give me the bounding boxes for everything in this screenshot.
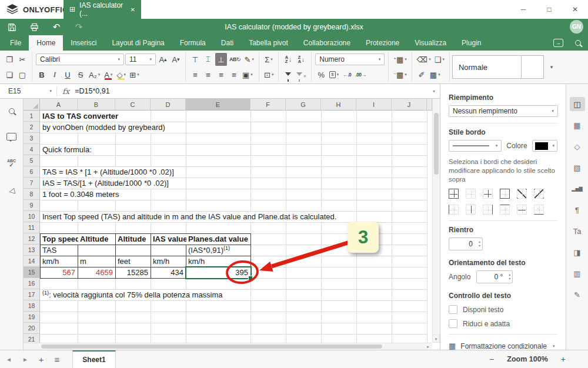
feedback-button[interactable]: ◁: [9, 186, 15, 195]
align-middle-button[interactable]: ⌶: [202, 53, 214, 66]
right-border-button[interactable]: [483, 205, 493, 215]
row-header-18[interactable]: 18: [24, 300, 40, 312]
row-header-4[interactable]: 4: [24, 144, 40, 155]
row-header-12[interactable]: 12: [24, 233, 40, 245]
cell-E12[interactable]: Planes.dat value: [186, 234, 250, 245]
maximize-button[interactable]: □: [536, 0, 562, 19]
fx-icon[interactable]: fx: [57, 87, 75, 96]
clear-button[interactable]: ⌫▾: [416, 53, 432, 66]
justify-button[interactable]: ≡: [228, 68, 240, 81]
inner-borders-button[interactable]: [483, 189, 493, 199]
close-button[interactable]: ✕: [562, 0, 588, 19]
diagonal-down-border-button[interactable]: [534, 189, 544, 199]
tab-formula[interactable]: Formula: [172, 35, 213, 51]
image-settings-button[interactable]: ▧: [570, 160, 585, 175]
save-button[interactable]: [5, 21, 19, 34]
italic-button[interactable]: I: [49, 68, 61, 81]
column-header-E[interactable]: E: [186, 99, 250, 111]
fill-color-button[interactable]: ◇▾: [115, 68, 127, 81]
font-size-select[interactable]: 11 ▾: [125, 53, 156, 65]
vertical-scrollbar-thumb[interactable]: [434, 113, 439, 175]
row-header-16[interactable]: 16: [24, 278, 40, 289]
align-center-button[interactable]: ≡: [202, 68, 214, 81]
underline-button[interactable]: U: [62, 68, 74, 81]
inner-vertical-border-button[interactable]: [466, 205, 476, 215]
row-header-19[interactable]: 19: [24, 312, 40, 323]
merge-cells-button[interactable]: ▣▾: [241, 68, 254, 81]
slicer-settings-button[interactable]: ◨: [570, 245, 585, 259]
angle-stepper[interactable]: 0 ° ▴▾: [476, 270, 513, 283]
borders-button[interactable]: ⊞▾: [128, 68, 140, 81]
column-header-A[interactable]: A: [40, 99, 78, 111]
subscript-superscript-button[interactable]: A₂▾: [88, 68, 101, 81]
name-box[interactable]: E15 ▾: [0, 87, 56, 95]
column-header-I[interactable]: I: [356, 99, 392, 111]
column-header-C[interactable]: C: [115, 99, 151, 111]
strikethrough-button[interactable]: S: [75, 68, 86, 81]
border-line-style-select[interactable]: ▾: [449, 140, 502, 152]
no-borders-button[interactable]: [466, 189, 476, 199]
row-header-11[interactable]: 11: [24, 222, 40, 233]
previous-sheet-button[interactable]: ◄: [6, 356, 12, 363]
format-as-table-button[interactable]: ▦▾: [429, 68, 442, 81]
sheet-tab-sheet1[interactable]: Sheet1: [72, 350, 115, 368]
cell-B14[interactable]: m: [78, 256, 89, 267]
formula-bar-collapse-icon[interactable]: ▾: [433, 89, 435, 94]
cell-A13[interactable]: TAS: [41, 245, 59, 256]
column-header-J[interactable]: J: [392, 99, 427, 111]
row-header-14[interactable]: 14: [24, 256, 40, 267]
copy-button[interactable]: ❐: [4, 53, 15, 66]
tab-layout-di-pagina[interactable]: Layout di Pagina: [104, 35, 172, 51]
row-header-9[interactable]: 9: [24, 200, 40, 211]
zoom-in-button[interactable]: +: [561, 354, 566, 364]
cell-A12[interactable]: Top speed: [41, 234, 82, 245]
selection-fill-handle[interactable]: [248, 276, 253, 280]
add-sheet-button[interactable]: +: [39, 354, 44, 364]
conditional-formatting-button[interactable]: ▦ Formattazione condizionale ▾: [449, 342, 557, 350]
font-name-select[interactable]: Calibri ▾: [36, 53, 124, 65]
cell-A1[interactable]: IAS to TAS converter: [41, 111, 121, 122]
chart-settings-button[interactable]: ▂▅▇: [570, 182, 585, 196]
diagonal-up-border-button[interactable]: [517, 189, 527, 199]
redo-button[interactable]: ↷: [72, 21, 86, 34]
bold-button[interactable]: B: [36, 68, 48, 81]
tab-protezione[interactable]: Protezione: [358, 35, 407, 51]
column-header-G[interactable]: G: [286, 99, 321, 111]
undo-button[interactable]: ↶: [49, 21, 64, 34]
delete-cells-button[interactable]: ⁻▦▾: [392, 68, 408, 81]
signature-settings-button[interactable]: ✎: [570, 287, 585, 302]
decrease-font-button[interactable]: A▾: [170, 53, 182, 66]
vertical-scrollbar[interactable]: [432, 99, 440, 343]
comments-button[interactable]: [6, 133, 16, 140]
increase-decimal-button[interactable]: .00→: [354, 68, 367, 81]
wrap-text-checkbox[interactable]: [449, 305, 457, 314]
cell-E14[interactable]: km/h: [186, 256, 207, 267]
outer-borders-button[interactable]: [500, 189, 510, 199]
cell-style-normale[interactable]: Normale: [452, 55, 522, 79]
zoom-level[interactable]: Zoom 100%: [507, 355, 547, 363]
cell-C12[interactable]: Altitude: [116, 234, 148, 245]
inner-horizontal-border-button[interactable]: [517, 205, 527, 215]
row-header-1[interactable]: 1: [24, 111, 40, 122]
decrease-decimal-button[interactable]: ←.0: [341, 68, 353, 81]
cell-D15[interactable]: 434: [151, 267, 183, 278]
cell-A7[interactable]: IAS = TAS/[1 + (Altitude/1000 *0 .02)]: [41, 178, 171, 189]
search-icon[interactable]: [575, 40, 581, 46]
copy-style-button[interactable]: ❑▾: [433, 53, 446, 66]
spellcheck-button[interactable]: ABC✓: [7, 159, 16, 168]
minimize-button[interactable]: ─: [510, 0, 536, 19]
table-settings-button[interactable]: ▦: [570, 118, 585, 132]
font-color-button[interactable]: A▾: [102, 68, 114, 81]
tab-tabella-pivot[interactable]: Tabella pivot: [241, 35, 296, 51]
next-sheet-button[interactable]: ►: [22, 356, 28, 363]
cell-D14[interactable]: km/h: [151, 256, 172, 267]
column-header-F[interactable]: F: [250, 99, 286, 111]
print-button[interactable]: [27, 21, 41, 34]
paragraph-settings-button[interactable]: ¶: [570, 203, 585, 217]
tab-visualizza[interactable]: Visualizza: [407, 35, 454, 51]
sort-descending-button[interactable]: ZA↓: [295, 53, 307, 66]
row-header-20[interactable]: 20: [24, 323, 40, 334]
currency-style-button[interactable]: $▾: [328, 68, 340, 81]
named-ranges-button[interactable]: ⊡▾: [263, 68, 275, 81]
cell-style-blank[interactable]: [522, 55, 544, 79]
